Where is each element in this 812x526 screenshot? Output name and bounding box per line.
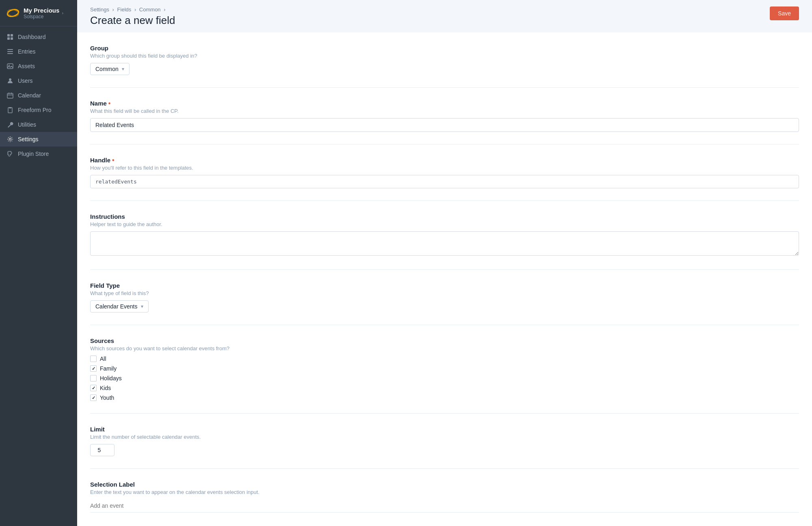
group-description: Which group should this field be display… [90, 53, 799, 59]
field-type-label: Field Type [90, 282, 799, 289]
grid-icon [6, 33, 14, 41]
page-title: Create a new field [90, 14, 175, 27]
sidebar-item-utilities[interactable]: Utilities [0, 117, 77, 132]
brand-chevron-icon: › [62, 11, 63, 15]
field-type-description: What type of field is this? [90, 290, 799, 296]
sidebar-item-users[interactable]: Users [0, 73, 77, 88]
instructions-description: Helper text to guide the author. [90, 221, 799, 227]
instructions-section: Instructions Helper text to guide the au… [90, 200, 799, 257]
chevron-down-icon: ▾ [141, 304, 143, 309]
svg-rect-8 [7, 53, 13, 54]
image-icon [6, 63, 14, 70]
source-all-label: All [100, 356, 106, 362]
sources-checkbox-list: All Family Holidays Kids [90, 356, 799, 401]
sidebar-item-freeform[interactable]: Freeform Pro [0, 103, 77, 117]
selection-label-label: Selection Label [90, 481, 799, 488]
svg-rect-7 [7, 51, 13, 52]
source-holidays-label: Holidays [100, 375, 122, 382]
sidebar-item-plugins[interactable]: Plugin Store [0, 147, 77, 161]
required-indicator: • [112, 157, 114, 164]
checkbox-kids [90, 385, 97, 391]
breadcrumb-settings[interactable]: Settings [90, 6, 109, 13]
sidebar-item-label: Settings [18, 136, 39, 142]
field-type-value: Calendar Events [95, 303, 138, 310]
save-button[interactable]: Save [770, 6, 799, 20]
selection-label-section: Selection Label Enter the text you want … [90, 468, 799, 513]
group-value: Common [95, 66, 119, 72]
limit-section: Limit Limit the number of selectable cal… [90, 413, 799, 456]
sidebar-item-entries[interactable]: Entries [0, 44, 77, 59]
source-family[interactable]: Family [90, 365, 799, 372]
breadcrumb-common[interactable]: Common [139, 6, 161, 13]
limit-label: Limit [90, 426, 799, 433]
page-header: Settings › Fields › Common › Create a ne… [77, 0, 812, 32]
svg-point-18 [9, 138, 11, 140]
field-type-section: Field Type What type of field is this? C… [90, 269, 799, 313]
brand[interactable]: My Precious Solspace › [0, 0, 77, 26]
sidebar-item-label: Dashboard [18, 34, 46, 40]
source-kids[interactable]: Kids [90, 385, 799, 391]
handle-label: Handle • [90, 157, 799, 164]
limit-input[interactable] [90, 444, 114, 456]
svg-point-11 [9, 78, 11, 81]
wrench-icon [6, 121, 14, 128]
handle-input[interactable] [90, 175, 799, 188]
source-kids-label: Kids [100, 385, 111, 391]
source-all[interactable]: All [90, 356, 799, 362]
sidebar-item-label: Freeform Pro [18, 107, 51, 113]
name-label: Name • [90, 100, 799, 107]
selection-label-description: Enter the text you want to appear on the… [90, 489, 799, 495]
sidebar-item-label: Users [18, 78, 33, 84]
breadcrumb: Settings › Fields › Common › [90, 6, 175, 13]
svg-rect-5 [11, 37, 13, 40]
puzzle-icon [6, 150, 14, 157]
selection-label-input[interactable] [90, 499, 799, 513]
sidebar-item-label: Calendar [18, 92, 41, 99]
sidebar-item-assets[interactable]: Assets [0, 59, 77, 73]
brand-subtitle: Solspace [24, 14, 59, 19]
handle-description: How you'll refer to this field in the te… [90, 165, 799, 171]
checkbox-youth [90, 394, 97, 401]
sources-section: Sources Which sources do you want to sel… [90, 325, 799, 401]
sources-description: Which sources do you want to select cale… [90, 345, 799, 351]
form-content: Group Which group should this field be d… [77, 32, 812, 526]
instructions-label: Instructions [90, 213, 799, 220]
sidebar-item-label: Plugin Store [18, 151, 49, 157]
handle-section: Handle • How you'll refer to this field … [90, 144, 799, 188]
header-left: Settings › Fields › Common › Create a ne… [90, 6, 175, 27]
nav-items: Dashboard Entries Assets [0, 26, 77, 526]
group-section: Group Which group should this field be d… [90, 45, 799, 75]
checkbox-all [90, 356, 97, 362]
source-youth[interactable]: Youth [90, 394, 799, 401]
sidebar: My Precious Solspace › Dashboard Entries [0, 0, 77, 526]
sidebar-item-label: Entries [18, 48, 36, 55]
checkbox-holidays [90, 375, 97, 382]
source-family-label: Family [100, 365, 117, 372]
breadcrumb-fields[interactable]: Fields [117, 6, 132, 13]
name-input[interactable] [90, 118, 799, 132]
sidebar-item-dashboard[interactable]: Dashboard [0, 30, 77, 44]
sidebar-item-settings[interactable]: Settings [0, 132, 77, 147]
svg-point-10 [9, 65, 10, 66]
name-description: What this field will be called in the CP… [90, 108, 799, 114]
checkbox-family [90, 365, 97, 372]
svg-rect-4 [7, 37, 10, 40]
gear-icon [6, 136, 14, 143]
required-indicator: • [108, 100, 111, 107]
source-holidays[interactable]: Holidays [90, 375, 799, 382]
svg-rect-9 [7, 64, 13, 69]
group-dropdown[interactable]: Common ▾ [90, 63, 130, 75]
sidebar-item-label: Assets [18, 63, 35, 69]
brand-text: My Precious Solspace [24, 7, 59, 19]
limit-description: Limit the number of selectable calendar … [90, 434, 799, 440]
field-type-dropdown[interactable]: Calendar Events ▾ [90, 300, 149, 313]
svg-rect-2 [7, 34, 10, 37]
sidebar-item-calendar[interactable]: Calendar [0, 88, 77, 103]
sidebar-item-label: Utilities [18, 121, 36, 128]
source-youth-label: Youth [100, 394, 114, 401]
svg-rect-6 [7, 49, 13, 50]
list-icon [6, 48, 14, 55]
instructions-input[interactable] [90, 231, 799, 256]
person-icon [6, 77, 14, 84]
brand-name: My Precious [24, 7, 59, 14]
